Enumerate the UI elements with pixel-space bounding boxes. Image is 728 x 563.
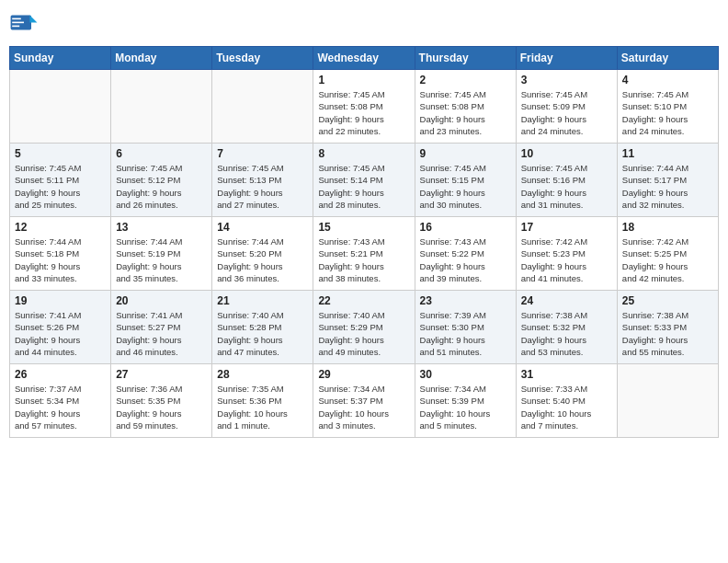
calendar-cell — [111, 70, 212, 144]
calendar-cell: 20Sunrise: 7:41 AM Sunset: 5:27 PM Dayli… — [111, 291, 212, 364]
day-info: Sunrise: 7:41 AM Sunset: 5:27 PM Dayligh… — [116, 309, 207, 358]
day-number: 27 — [116, 368, 207, 381]
day-info: Sunrise: 7:44 AM Sunset: 5:18 PM Dayligh… — [15, 236, 106, 284]
week-row-5: 26Sunrise: 7:37 AM Sunset: 5:34 PM Dayli… — [10, 364, 719, 438]
day-info: Sunrise: 7:44 AM Sunset: 5:19 PM Dayligh… — [116, 236, 207, 284]
day-info: Sunrise: 7:45 AM Sunset: 5:16 PM Dayligh… — [521, 162, 612, 211]
calendar-cell — [10, 70, 111, 144]
day-info: Sunrise: 7:38 AM Sunset: 5:32 PM Dayligh… — [521, 309, 612, 358]
weekday-header-thursday: Thursday — [415, 47, 516, 70]
logo — [9, 9, 42, 39]
calendar-cell: 23Sunrise: 7:39 AM Sunset: 5:30 PM Dayli… — [415, 291, 516, 364]
calendar-cell: 6Sunrise: 7:45 AM Sunset: 5:12 PM Daylig… — [111, 144, 212, 217]
calendar-cell: 2Sunrise: 7:45 AM Sunset: 5:08 PM Daylig… — [415, 70, 516, 144]
day-number: 22 — [318, 294, 409, 307]
weekday-header-tuesday: Tuesday — [212, 47, 313, 70]
calendar-cell: 9Sunrise: 7:45 AM Sunset: 5:15 PM Daylig… — [415, 144, 516, 217]
weekday-header-sunday: Sunday — [10, 47, 111, 70]
calendar-cell: 17Sunrise: 7:42 AM Sunset: 5:23 PM Dayli… — [516, 217, 617, 291]
week-row-2: 5Sunrise: 7:45 AM Sunset: 5:11 PM Daylig… — [10, 144, 719, 217]
day-info: Sunrise: 7:42 AM Sunset: 5:23 PM Dayligh… — [521, 236, 612, 284]
weekday-header-wednesday: Wednesday — [313, 47, 415, 70]
day-info: Sunrise: 7:40 AM Sunset: 5:29 PM Dayligh… — [318, 309, 409, 358]
day-info: Sunrise: 7:43 AM Sunset: 5:22 PM Dayligh… — [420, 236, 511, 284]
weekday-header-row: SundayMondayTuesdayWednesdayThursdayFrid… — [10, 47, 719, 70]
day-number: 17 — [521, 221, 612, 234]
day-info: Sunrise: 7:45 AM Sunset: 5:10 PM Dayligh… — [622, 88, 713, 137]
calendar-cell: 16Sunrise: 7:43 AM Sunset: 5:22 PM Dayli… — [415, 217, 516, 291]
calendar-cell: 29Sunrise: 7:34 AM Sunset: 5:37 PM Dayli… — [313, 364, 415, 438]
day-number: 21 — [217, 294, 308, 307]
day-info: Sunrise: 7:45 AM Sunset: 5:11 PM Dayligh… — [15, 162, 106, 211]
day-info: Sunrise: 7:45 AM Sunset: 5:08 PM Dayligh… — [318, 88, 409, 137]
week-row-4: 19Sunrise: 7:41 AM Sunset: 5:26 PM Dayli… — [10, 291, 719, 364]
day-number: 5 — [15, 147, 106, 160]
day-number: 8 — [318, 147, 409, 160]
day-number: 1 — [318, 74, 409, 86]
day-number: 26 — [15, 368, 106, 381]
svg-rect-4 — [12, 26, 19, 28]
day-number: 7 — [217, 147, 308, 160]
day-info: Sunrise: 7:33 AM Sunset: 5:40 PM Dayligh… — [521, 383, 612, 431]
calendar-body: 1Sunrise: 7:45 AM Sunset: 5:08 PM Daylig… — [10, 70, 719, 438]
week-row-3: 12Sunrise: 7:44 AM Sunset: 5:18 PM Dayli… — [10, 217, 719, 291]
day-number: 9 — [420, 147, 511, 160]
weekday-header-friday: Friday — [516, 47, 617, 70]
day-info: Sunrise: 7:34 AM Sunset: 5:39 PM Dayligh… — [420, 383, 511, 431]
calendar-cell: 28Sunrise: 7:35 AM Sunset: 5:36 PM Dayli… — [212, 364, 313, 438]
day-info: Sunrise: 7:37 AM Sunset: 5:34 PM Dayligh… — [15, 383, 106, 431]
calendar-cell: 27Sunrise: 7:36 AM Sunset: 5:35 PM Dayli… — [111, 364, 212, 438]
calendar-cell: 13Sunrise: 7:44 AM Sunset: 5:19 PM Dayli… — [111, 217, 212, 291]
day-number: 10 — [521, 147, 612, 160]
calendar-cell: 26Sunrise: 7:37 AM Sunset: 5:34 PM Dayli… — [10, 364, 111, 438]
calendar-cell: 12Sunrise: 7:44 AM Sunset: 5:18 PM Dayli… — [10, 217, 111, 291]
calendar-cell: 15Sunrise: 7:43 AM Sunset: 5:21 PM Dayli… — [313, 217, 415, 291]
logo-icon — [9, 9, 39, 39]
calendar-cell: 30Sunrise: 7:34 AM Sunset: 5:39 PM Dayli… — [415, 364, 516, 438]
day-info: Sunrise: 7:35 AM Sunset: 5:36 PM Dayligh… — [217, 383, 308, 431]
calendar-cell — [617, 364, 718, 438]
svg-rect-2 — [12, 18, 21, 20]
day-info: Sunrise: 7:45 AM Sunset: 5:09 PM Dayligh… — [521, 88, 612, 137]
day-number: 15 — [318, 221, 409, 234]
day-number: 16 — [420, 221, 511, 234]
calendar-cell: 3Sunrise: 7:45 AM Sunset: 5:09 PM Daylig… — [516, 70, 617, 144]
calendar-cell: 8Sunrise: 7:45 AM Sunset: 5:14 PM Daylig… — [313, 144, 415, 217]
day-number: 30 — [420, 368, 511, 381]
day-number: 6 — [116, 147, 207, 160]
day-number: 23 — [420, 294, 511, 307]
day-info: Sunrise: 7:45 AM Sunset: 5:14 PM Dayligh… — [318, 162, 409, 211]
calendar-cell — [212, 70, 313, 144]
day-number: 4 — [622, 74, 713, 86]
day-info: Sunrise: 7:45 AM Sunset: 5:13 PM Dayligh… — [217, 162, 308, 211]
calendar-cell: 4Sunrise: 7:45 AM Sunset: 5:10 PM Daylig… — [617, 70, 718, 144]
calendar-cell: 7Sunrise: 7:45 AM Sunset: 5:13 PM Daylig… — [212, 144, 313, 217]
day-number: 29 — [318, 368, 409, 381]
calendar-cell: 14Sunrise: 7:44 AM Sunset: 5:20 PM Dayli… — [212, 217, 313, 291]
calendar-header: SundayMondayTuesdayWednesdayThursdayFrid… — [10, 47, 719, 70]
day-info: Sunrise: 7:34 AM Sunset: 5:37 PM Dayligh… — [318, 383, 409, 431]
calendar-cell: 18Sunrise: 7:42 AM Sunset: 5:25 PM Dayli… — [617, 217, 718, 291]
week-row-1: 1Sunrise: 7:45 AM Sunset: 5:08 PM Daylig… — [10, 70, 719, 144]
day-info: Sunrise: 7:38 AM Sunset: 5:33 PM Dayligh… — [622, 309, 713, 358]
day-info: Sunrise: 7:43 AM Sunset: 5:21 PM Dayligh… — [318, 236, 409, 284]
header — [9, 9, 719, 39]
day-number: 31 — [521, 368, 612, 381]
day-number: 24 — [521, 294, 612, 307]
day-number: 20 — [116, 294, 207, 307]
day-number: 14 — [217, 221, 308, 234]
day-number: 12 — [15, 221, 106, 234]
day-number: 18 — [622, 221, 713, 234]
calendar-cell: 31Sunrise: 7:33 AM Sunset: 5:40 PM Dayli… — [516, 364, 617, 438]
calendar-table: SundayMondayTuesdayWednesdayThursdayFrid… — [9, 46, 719, 438]
calendar-cell: 19Sunrise: 7:41 AM Sunset: 5:26 PM Dayli… — [10, 291, 111, 364]
day-info: Sunrise: 7:45 AM Sunset: 5:15 PM Dayligh… — [420, 162, 511, 211]
calendar-cell: 5Sunrise: 7:45 AM Sunset: 5:11 PM Daylig… — [10, 144, 111, 217]
day-info: Sunrise: 7:41 AM Sunset: 5:26 PM Dayligh… — [15, 309, 106, 358]
day-info: Sunrise: 7:44 AM Sunset: 5:17 PM Dayligh… — [622, 162, 713, 211]
calendar-cell: 11Sunrise: 7:44 AM Sunset: 5:17 PM Dayli… — [617, 144, 718, 217]
day-info: Sunrise: 7:45 AM Sunset: 5:08 PM Dayligh… — [420, 88, 511, 137]
day-info: Sunrise: 7:40 AM Sunset: 5:28 PM Dayligh… — [217, 309, 308, 358]
day-number: 3 — [521, 74, 612, 86]
day-number: 25 — [622, 294, 713, 307]
